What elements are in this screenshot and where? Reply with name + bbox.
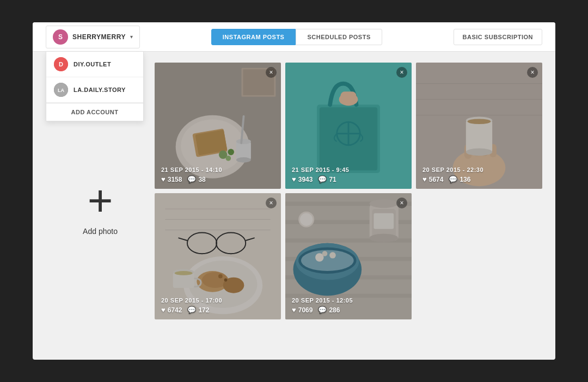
post-card-1[interactable]: × 21 SEP 2015 - 14:10 ♥ 3158 💬 38 [155, 63, 281, 189]
comment-icon: 💬 [187, 306, 196, 314]
dropdown-item-label-diy: DIY.OUTLET [74, 61, 111, 67]
account-name: SHERRYMERRY [72, 33, 126, 41]
post-stats-2: ♥ 3943 💬 71 [292, 175, 405, 183]
post-overlay-5: × 20 SEP 2015 - 12:05 ♥ 7069 💬 286 [285, 193, 412, 319]
post-stats-1: ♥ 3158 💬 38 [161, 175, 274, 183]
svg-text:D: D [59, 61, 63, 67]
comments-1: 💬 38 [187, 175, 205, 183]
posts-grid: × 21 SEP 2015 - 14:10 ♥ 3158 💬 38 [155, 63, 542, 319]
post-card-2[interactable]: × 21 SEP 2015 - 9:45 ♥ 3943 💬 71 [285, 63, 412, 189]
comments-2: 💬 71 [318, 175, 336, 183]
avatar: S [53, 29, 68, 45]
post-card-5[interactable]: × 20 SEP 2015 - 12:05 ♥ 7069 💬 286 [285, 193, 412, 319]
post-overlay-2: × 21 SEP 2015 - 9:45 ♥ 3943 💬 71 [285, 63, 412, 189]
dropdown-item-label-la: LA.DAILY.STORY [74, 87, 126, 93]
app-window: S SHERRYMERRY ▾ INSTAGRAM POSTS SCHEDULE… [33, 22, 555, 360]
post-stats-3: ♥ 5674 💬 136 [422, 175, 536, 183]
add-photo-label: Add photo [83, 227, 118, 236]
comment-icon: 💬 [449, 175, 457, 183]
comment-icon: 💬 [187, 175, 196, 183]
likes-4: ♥ 6742 [161, 306, 182, 314]
post-date-4: 20 SEP 2015 - 17:00 [161, 297, 274, 304]
post-card-3[interactable]: × 20 SEP 2015 - 22:30 ♥ 5674 💬 136 [416, 63, 542, 189]
top-bar: S SHERRYMERRY ▾ INSTAGRAM POSTS SCHEDULE… [33, 22, 555, 52]
close-button-4[interactable]: × [266, 198, 277, 208]
post-date-1: 21 SEP 2015 - 14:10 [161, 167, 274, 173]
post-stats-5: ♥ 7069 💬 286 [292, 306, 405, 314]
likes-2: ♥ 3943 [292, 175, 313, 183]
comments-4: 💬 172 [187, 306, 209, 314]
post-overlay-3: × 20 SEP 2015 - 22:30 ♥ 5674 💬 136 [416, 63, 542, 189]
likes-1: ♥ 3158 [161, 175, 182, 183]
post-date-2: 21 SEP 2015 - 9:45 [292, 167, 405, 173]
heart-icon: ♥ [161, 175, 166, 183]
tab-scheduled[interactable]: SCHEDULED POSTS [296, 29, 382, 45]
tab-group: INSTAGRAM POSTS SCHEDULED POSTS [211, 29, 382, 45]
likes-5: ♥ 7069 [292, 306, 313, 314]
post-overlay-4: × 20 SEP 2015 - 17:00 ♥ 6742 💬 172 [155, 193, 281, 319]
avatar-diy: D [54, 57, 68, 71]
dropdown-item-diy[interactable]: D DIY.OUTLET [46, 52, 143, 77]
avatar-la: LA [54, 83, 68, 97]
close-button-5[interactable]: × [396, 198, 407, 208]
heart-icon: ♥ [292, 306, 296, 314]
close-button-2[interactable]: × [396, 67, 407, 78]
post-date-3: 20 SEP 2015 - 22:30 [422, 167, 536, 173]
heart-icon: ♥ [292, 175, 296, 183]
tab-instagram[interactable]: INSTAGRAM POSTS [211, 29, 296, 45]
chevron-down-icon: ▾ [130, 34, 133, 40]
heart-icon: ♥ [161, 306, 166, 314]
heart-icon: ♥ [422, 175, 427, 183]
post-date-5: 20 SEP 2015 - 12:05 [292, 297, 405, 304]
comment-icon: 💬 [318, 175, 327, 183]
comment-icon: 💬 [318, 306, 327, 314]
svg-text:LA: LA [58, 88, 64, 93]
dropdown-menu: D DIY.OUTLET LA LA.DAILY.STORY ADD ACCOU… [46, 52, 144, 121]
add-account-button[interactable]: ADD ACCOUNT [46, 103, 143, 121]
comments-3: 💬 136 [449, 175, 470, 183]
post-stats-4: ♥ 6742 💬 172 [161, 306, 274, 314]
post-card-4[interactable]: × 20 SEP 2015 - 17:00 ♥ 6742 💬 172 [155, 193, 281, 319]
subscription-button[interactable]: BASIC SUBSCRIPTION [454, 29, 542, 45]
close-button-3[interactable]: × [527, 67, 538, 78]
likes-3: ♥ 5674 [422, 175, 443, 183]
plus-icon: + [88, 179, 113, 223]
dropdown-item-la[interactable]: LA LA.DAILY.STORY [46, 77, 143, 103]
post-overlay-1: × 21 SEP 2015 - 14:10 ♥ 3158 💬 38 [155, 63, 281, 189]
account-selector[interactable]: S SHERRYMERRY ▾ [46, 26, 140, 48]
close-button-1[interactable]: × [266, 67, 277, 78]
comments-5: 💬 286 [318, 306, 340, 314]
